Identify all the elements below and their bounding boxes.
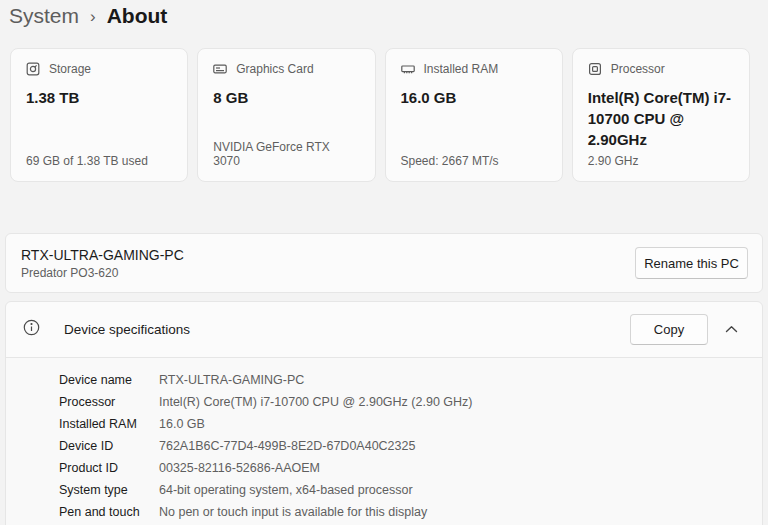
spec-row-device-name: Device name RTX-ULTRA-GAMING-PC (59, 369, 762, 391)
settings-about-page: System › About Storage 1.38 TB 69 GB of … (0, 0, 768, 525)
info-cards-row: Storage 1.38 TB 69 GB of 1.38 TB used Gr… (10, 48, 750, 182)
installed-ram-caption: Speed: 2667 MT/s (401, 154, 547, 168)
graphics-card-card: Graphics Card 8 GB NVIDIA GeForce RTX 30… (197, 48, 375, 182)
gpu-icon (213, 62, 227, 76)
spec-label: Processor (59, 391, 159, 413)
spec-value: 64-bit operating system, x64-based proce… (159, 479, 413, 501)
storage-card-header: Storage (26, 62, 172, 76)
breadcrumb-separator-icon: › (90, 6, 96, 27)
spec-value: 00325-82116-52686-AAOEM (159, 457, 320, 479)
rename-pc-button[interactable]: Rename this PC (635, 247, 748, 279)
processor-card-header: Processor (588, 62, 734, 76)
graphics-card-value: 8 GB (213, 87, 359, 140)
storage-icon (26, 62, 40, 76)
storage-card-label: Storage (49, 62, 91, 76)
storage-card-value: 1.38 TB (26, 87, 172, 154)
spec-label: Device name (59, 369, 159, 391)
ram-icon (401, 62, 415, 76)
spec-value: Intel(R) Core(TM) i7-10700 CPU @ 2.90GHz… (159, 391, 472, 413)
installed-ram-header: Installed RAM (401, 62, 547, 76)
spec-row-processor: Processor Intel(R) Core(TM) i7-10700 CPU… (59, 391, 762, 413)
spec-label: Pen and touch (59, 501, 159, 523)
spec-label: Product ID (59, 457, 159, 479)
device-name: RTX-ULTRA-GAMING-PC (21, 247, 184, 263)
spec-row-installed-ram: Installed RAM 16.0 GB (59, 413, 762, 435)
spec-row-product-id: Product ID 00325-82116-52686-AAOEM (59, 457, 762, 479)
spec-value: RTX-ULTRA-GAMING-PC (159, 369, 304, 391)
spec-value: 16.0 GB (159, 413, 205, 435)
spec-label: Installed RAM (59, 413, 159, 435)
processor-card-caption: 2.90 GHz (588, 154, 734, 168)
info-icon (23, 319, 40, 340)
spec-value: No pen or touch input is available for t… (159, 501, 427, 523)
spec-label: System type (59, 479, 159, 501)
spec-row-pen-and-touch: Pen and touch No pen or touch input is a… (59, 501, 762, 523)
storage-card: Storage 1.38 TB 69 GB of 1.38 TB used (10, 48, 188, 182)
storage-card-caption: 69 GB of 1.38 TB used (26, 154, 172, 168)
processor-icon (588, 62, 602, 76)
graphics-card-caption: NVIDIA GeForce RTX 3070 (213, 140, 359, 168)
spec-row-system-type: System type 64-bit operating system, x64… (59, 479, 762, 501)
processor-card-label: Processor (611, 62, 665, 76)
installed-ram-value: 16.0 GB (401, 87, 547, 154)
device-specifications-card: Device specifications Copy Device name R… (5, 301, 763, 525)
processor-card: Processor Intel(R) Core(TM) i7-10700 CPU… (572, 48, 750, 182)
breadcrumb: System › About (9, 4, 167, 28)
device-specifications-body: Device name RTX-ULTRA-GAMING-PC Processo… (6, 357, 762, 525)
processor-card-value: Intel(R) Core(TM) i7-10700 CPU @ 2.90GHz (588, 87, 734, 154)
installed-ram-label: Installed RAM (424, 62, 499, 76)
graphics-card-label: Graphics Card (236, 62, 313, 76)
spec-value: 762A1B6C-77D4-499B-8E2D-67D0A40C2325 (159, 435, 415, 457)
device-name-card: RTX-ULTRA-GAMING-PC Predator PO3-620 Ren… (5, 233, 763, 293)
chevron-up-icon[interactable] (714, 314, 748, 345)
graphics-card-header: Graphics Card (213, 62, 359, 76)
spec-row-device-id: Device ID 762A1B6C-77D4-499B-8E2D-67D0A4… (59, 435, 762, 457)
device-model: Predator PO3-620 (21, 266, 184, 280)
installed-ram-card: Installed RAM 16.0 GB Speed: 2667 MT/s (385, 48, 563, 182)
device-name-block: RTX-ULTRA-GAMING-PC Predator PO3-620 (21, 247, 184, 280)
device-specifications-header[interactable]: Device specifications Copy (6, 302, 762, 357)
page-title: About (107, 4, 168, 28)
copy-button[interactable]: Copy (630, 314, 708, 345)
spec-label: Device ID (59, 435, 159, 457)
device-specifications-title: Device specifications (64, 322, 190, 337)
breadcrumb-system[interactable]: System (9, 4, 79, 28)
